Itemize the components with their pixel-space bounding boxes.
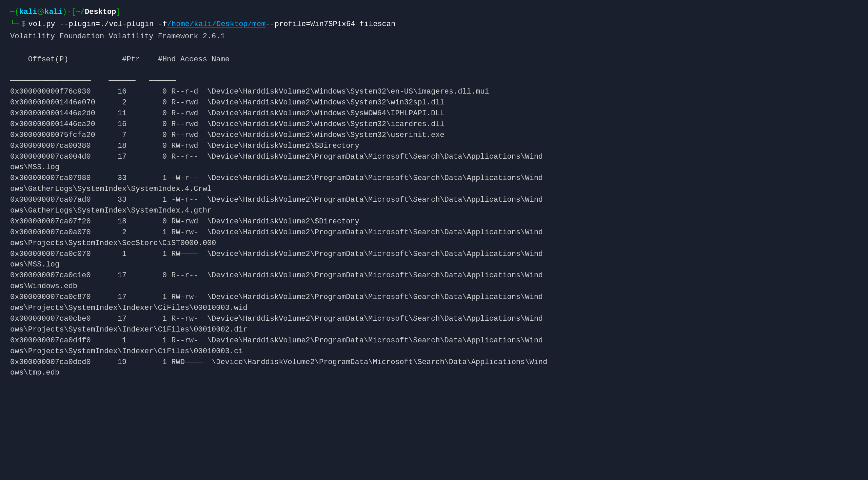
col-access-header: Access <box>180 55 212 64</box>
path-bracket-close: ] <box>116 7 120 18</box>
table-row: 0x000000007ca0c1e0 17 0 R--r-- \Device\H… <box>10 270 858 292</box>
cmd-dollar: $ <box>21 19 25 30</box>
col-ptr-header: #Ptr <box>113 55 154 64</box>
table-row: 0x000000007ca00380 18 0 RW-rwd \Device\H… <box>10 141 858 152</box>
table-row: 0x000000007ca07980 33 1 -W-r-- \Device\H… <box>10 173 858 195</box>
table-row: 0x0000000001446ea20 16 0 R--rwd \Device\… <box>10 119 858 130</box>
table-row: 0x000000007ca07f20 18 0 RW-rwd \Device\H… <box>10 216 858 227</box>
prompt-host: kali <box>44 7 62 18</box>
col-offset-header: Offset(P) <box>28 55 113 64</box>
prompt-at: ㉿ <box>37 7 44 18</box>
col-name-header: Name <box>212 55 230 64</box>
bracket-close: )-[~/ <box>62 7 85 18</box>
col-hnd-header: #Hnd <box>153 55 180 64</box>
cmd-path: /home/kali/Desktop/mem <box>167 19 265 30</box>
table-row: 0x000000007ca0c070 1 1 RW———— \Device\Ha… <box>10 249 858 271</box>
table-row: 0x000000007ca0d4f0 1 1 R--rw- \Device\Ha… <box>10 335 858 357</box>
command-line: └─$ vol.py --plugin=./vol-plugin -f /hom… <box>10 19 858 30</box>
table-row: 0x000000007ca07ad0 33 1 -W-r-- \Device\H… <box>10 195 858 216</box>
bracket-open: ─( <box>10 7 19 18</box>
framework-line: Volatility Foundation Volatility Framewo… <box>10 31 858 42</box>
terminal: ─(kali㉿kali)-[~/Desktop] └─$ vol.py --pl… <box>10 7 858 378</box>
table-row: 0x000000000f76c930 16 0 R--r-d \Device\H… <box>10 86 858 97</box>
table-row: 0x00000000075fcfa20 7 0 R--rwd \Device\H… <box>10 130 858 141</box>
prompt-line: ─(kali㉿kali)-[~/Desktop] <box>10 7 858 18</box>
table-row: 0x000000007ca0c870 17 1 RW-rw- \Device\H… <box>10 292 858 314</box>
table-row: 0x0000000001446e070 2 0 R--rwd \Device\H… <box>10 97 858 108</box>
prompt-user: kali <box>19 7 37 18</box>
prompt-path: Desktop <box>85 7 116 18</box>
cmd-text: vol.py --plugin=./vol-plugin -f <box>28 19 167 30</box>
prompt-arrow: └─ <box>10 19 19 30</box>
table-row: 0x0000000001446e2d0 11 0 R--rwd \Device\… <box>10 108 858 119</box>
table-header: Offset(P) #Ptr #Hnd Access Name <box>10 43 858 76</box>
cmd-text2: --profile=Win7SP1x64 filescan <box>265 19 395 30</box>
table-row: 0x000000007ca004d0 17 0 R--r-- \Device\H… <box>10 152 858 173</box>
table-row: 0x000000007ca0cbe0 17 1 R--rw- \Device\H… <box>10 314 858 335</box>
table-row: 0x000000007ca0a070 2 1 RW-rw- \Device\Ha… <box>10 227 858 249</box>
table-row: 0x000000007ca0ded0 19 1 RWD———— \Device\… <box>10 357 858 379</box>
table-separator: ────────────────── ────── ────── <box>10 76 858 86</box>
